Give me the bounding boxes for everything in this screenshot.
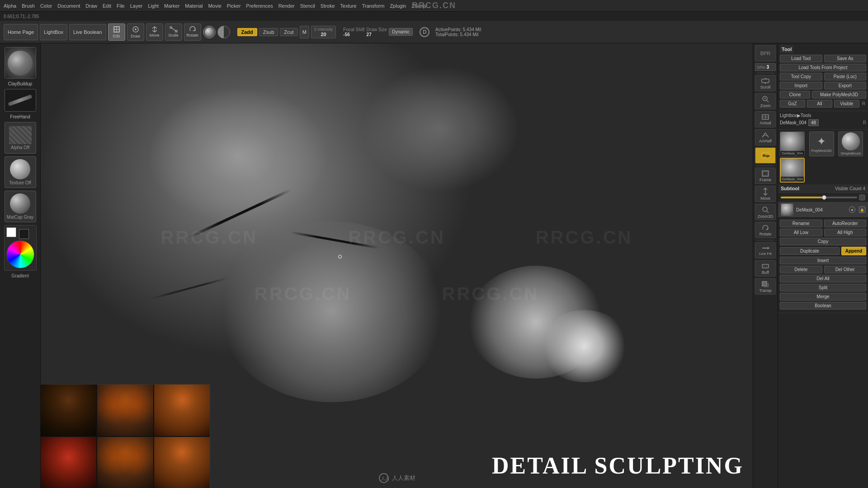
rotate-vert-button[interactable]: Rotate — [755, 222, 776, 238]
menu-zplugin[interactable]: Zplugin — [390, 3, 406, 9]
menu-draw[interactable]: Draw — [85, 3, 97, 9]
subtool-eye-icon[interactable]: ● — [849, 206, 855, 213]
append-button[interactable]: Append — [841, 247, 866, 255]
z-intensity-group[interactable]: Z Intensity 20 — [311, 26, 336, 38]
draw-size-value[interactable]: 27 — [367, 32, 387, 37]
all-high-button[interactable]: All High — [824, 229, 867, 236]
bpr-button[interactable]: BPR — [755, 45, 776, 61]
save-as-button[interactable]: Save As — [824, 55, 867, 62]
thumb-4[interactable] — [41, 437, 96, 488]
aahalf-button[interactable]: AAHalf — [755, 129, 776, 145]
alpha-button[interactable]: Alpha Off — [5, 122, 36, 154]
merge-button[interactable]: Merge — [780, 293, 866, 300]
delete-button[interactable]: Delete — [780, 266, 822, 273]
tool-thumb-demask2[interactable]: DeMask_004 — [780, 158, 805, 183]
menu-alpha[interactable]: Alpha — [4, 3, 16, 9]
menu-color[interactable]: Color — [40, 3, 52, 9]
menu-zscript[interactable]: ZScript — [411, 3, 427, 9]
load-tool-button[interactable]: Load Tool — [780, 55, 822, 62]
tool-copy-button[interactable]: Tool Copy — [780, 73, 822, 80]
menu-layer[interactable]: Layer — [130, 3, 143, 9]
demask-value[interactable]: 48 — [808, 119, 819, 126]
del-other-button[interactable]: Del Other — [824, 266, 867, 273]
menu-light[interactable]: Light — [148, 3, 159, 9]
rename-button[interactable]: Rename — [780, 220, 822, 227]
tool-thumb-polymesh[interactable]: ✦ PolyMesh3D — [809, 131, 834, 156]
transp-button[interactable]: Transp — [755, 278, 776, 295]
thumb-2[interactable] — [97, 385, 153, 436]
dynamic-button[interactable]: Dynamic — [389, 28, 413, 36]
menu-edit[interactable]: Edit — [103, 3, 111, 9]
thumb-5[interactable] — [97, 437, 153, 488]
auto-reorder-button[interactable]: AutoReorder — [824, 220, 867, 227]
zadd-button[interactable]: Zadd — [237, 28, 257, 36]
menu-material[interactable]: Material — [185, 3, 203, 9]
make-polymesh3d-button[interactable]: Make PolyMesh3D — [812, 91, 866, 99]
rotate-mode-button[interactable]: Rotate — [184, 23, 201, 41]
matcap-button[interactable]: MatCap Gray — [5, 191, 36, 222]
menu-document[interactable]: Document — [57, 3, 80, 9]
lightbox-button[interactable]: LightBox — [40, 24, 67, 40]
menu-transform[interactable]: Transform — [362, 3, 385, 9]
subtool-item-demask[interactable]: DeMask_004 ● 🔒 — [778, 202, 868, 218]
del-all-button[interactable]: Del All — [780, 275, 866, 282]
subtool-lock-icon[interactable]: 🔒 — [859, 206, 865, 213]
stroke-preview[interactable] — [5, 89, 36, 112]
texture-button[interactable]: Texture Off — [5, 156, 36, 188]
move-vert-button[interactable]: Move — [755, 186, 776, 202]
tool-thumb-demask[interactable]: DeMask_004 — [780, 131, 805, 156]
eye-toggle-icon[interactable] — [859, 194, 865, 201]
spix-value[interactable]: 3 — [767, 65, 769, 70]
menu-file[interactable]: File — [117, 3, 125, 9]
frame-button[interactable]: Frame — [755, 168, 776, 184]
menu-stencil[interactable]: Stencil — [300, 3, 315, 9]
thumb-6[interactable] — [154, 437, 210, 488]
clone-button[interactable]: Clone — [780, 91, 810, 99]
edit-mode-button[interactable]: Edit — [108, 23, 125, 41]
split-button[interactable]: Split — [780, 284, 866, 291]
live-boolean-button[interactable]: Live Boolean — [69, 24, 106, 40]
all-low-button[interactable]: All Low — [780, 229, 822, 236]
load-tools-from-project-button[interactable]: Load Tools From Project — [780, 64, 866, 71]
background-color[interactable] — [19, 229, 29, 239]
zoom-button[interactable]: Zoom — [755, 93, 776, 109]
buff-button[interactable]: Buff — [755, 260, 776, 277]
color-wheel[interactable] — [6, 240, 34, 268]
menu-texture[interactable]: Texture — [340, 3, 357, 9]
menu-stroke[interactable]: Stroke — [321, 3, 335, 9]
menu-preferences[interactable]: Preferences — [246, 3, 273, 9]
focal-shift-value[interactable]: -56 — [343, 32, 364, 37]
scroll-button[interactable]: Scroll — [755, 75, 776, 91]
color-picker[interactable] — [4, 225, 37, 271]
menu-marker[interactable]: Marker — [164, 3, 179, 9]
scale-mode-button[interactable]: Scale — [165, 23, 182, 41]
m-button[interactable]: M — [300, 26, 309, 38]
linefill-button[interactable]: Line Fill — [755, 242, 776, 258]
thumb-3[interactable] — [154, 385, 210, 436]
foreground-color[interactable] — [6, 227, 16, 237]
insert-button[interactable]: Insert — [780, 257, 866, 264]
subtool-slider[interactable] — [781, 197, 857, 198]
rexy-button[interactable]: Rspy — [755, 147, 776, 164]
duplicate-button[interactable]: Duplicate — [780, 247, 840, 255]
brush-preview[interactable] — [5, 47, 36, 79]
all-button[interactable]: All — [807, 100, 832, 108]
menu-brush[interactable]: Brush — [22, 3, 35, 9]
export-button[interactable]: Export — [824, 82, 867, 89]
move-mode-button[interactable]: Move — [146, 23, 163, 41]
viewport[interactable]: RRCG.CN RRCG.CN RRCG.CN RRCG.CN RRCG.CN … — [41, 43, 753, 488]
home-page-button[interactable]: Home Page — [4, 24, 38, 40]
zsub-button[interactable]: Zsub — [259, 28, 278, 36]
menu-movie[interactable]: Movie — [208, 3, 221, 9]
material-sphere[interactable] — [203, 26, 216, 38]
goz-button[interactable]: GoZ — [780, 100, 805, 108]
visible-button[interactable]: Visible — [834, 100, 859, 108]
actual-button[interactable]: Actual — [755, 111, 776, 127]
material-half[interactable] — [217, 26, 230, 38]
zcut-button[interactable]: Zcut — [280, 28, 297, 36]
zoom3d-button[interactable]: Zoom3D — [755, 204, 776, 220]
tool-thumb-simplebrush[interactable]: SimpleBrush — [838, 131, 863, 156]
thumb-1[interactable] — [41, 385, 96, 436]
import-button[interactable]: Import — [780, 82, 822, 89]
boolean-button[interactable]: Boolean — [780, 302, 866, 310]
